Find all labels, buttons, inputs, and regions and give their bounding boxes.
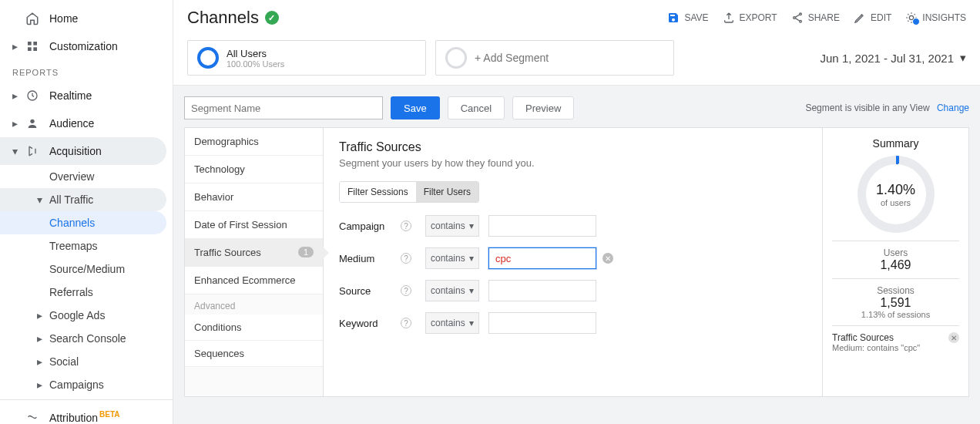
chevron-right-icon: ▸ — [12, 40, 22, 52]
label-medium: Medium — [339, 253, 401, 264]
nav-customization[interactable]: ▸ Customization — [0, 32, 173, 60]
svg-point-9 — [910, 15, 914, 19]
cat-enhanced-ecommerce[interactable]: Enhanced Ecommerce — [185, 267, 323, 294]
row-source: Source ? contains▾ — [339, 280, 807, 301]
nav-reports-heading: REPORTS — [0, 60, 173, 82]
nav-home-label: Home — [49, 12, 78, 25]
main-content: Channels ✓ SAVE EXPORT SHARE EDIT — [173, 0, 980, 424]
nav-audience[interactable]: ▸ Audience — [0, 109, 173, 137]
chevron-down-icon: ▾ — [469, 285, 474, 296]
chevron-down-icon: ▾ — [469, 220, 474, 231]
row-keyword: Keyword ? contains▾ — [339, 312, 807, 334]
nav-google-ads[interactable]: ▸Google Ads — [0, 304, 173, 327]
help-icon[interactable]: ? — [401, 220, 411, 231]
builder-category-sidebar: Demographics Technology Behavior Date of… — [185, 128, 324, 396]
chevron-right-icon: ▸ — [37, 309, 46, 321]
edit-action[interactable]: EDIT — [854, 12, 891, 24]
segment-name-input[interactable] — [184, 96, 383, 119]
sessions-note: 1.13% of sessions — [832, 310, 959, 319]
segment-circle-empty-icon — [445, 47, 467, 69]
segment-all-users[interactable]: All Users 100.00% Users — [187, 40, 426, 76]
label-campaign: Campaign — [339, 220, 401, 232]
summary-filter: Traffic Sources Medium: contains "cpc" ✕ — [832, 325, 959, 358]
op-keyword[interactable]: contains▾ — [425, 312, 479, 334]
svg-point-5 — [30, 119, 34, 123]
person-icon — [25, 116, 40, 131]
nav-attribution[interactable]: AttributionBETA — [0, 403, 173, 424]
cat-sequences[interactable]: Sequences — [185, 341, 323, 367]
op-source[interactable]: contains▾ — [425, 280, 479, 301]
segment-bar: All Users 100.00% Users + Add Segment Ju… — [173, 34, 980, 86]
share-action[interactable]: SHARE — [791, 12, 840, 24]
segment-subtitle: 100.00% Users — [227, 59, 284, 69]
preview-button[interactable]: Preview — [512, 96, 574, 119]
chevron-right-icon: ▸ — [12, 117, 22, 130]
input-source[interactable] — [488, 280, 596, 301]
chevron-down-icon: ▾ — [12, 145, 22, 157]
help-icon[interactable]: ? — [401, 253, 411, 264]
help-icon[interactable]: ? — [401, 285, 411, 296]
chevron-down-icon: ▾ — [960, 51, 966, 65]
save-button[interactable]: Save — [391, 96, 440, 119]
remove-filter-icon[interactable]: ✕ — [948, 332, 959, 343]
chevron-right-icon: ▸ — [37, 332, 46, 345]
help-icon[interactable]: ? — [401, 318, 411, 328]
nav-acquisition[interactable]: ▾ Acquisition — [0, 137, 166, 165]
filter-sessions-tab[interactable]: Filter Sessions — [340, 182, 416, 202]
op-medium[interactable]: contains▾ — [425, 247, 479, 269]
label-source: Source — [339, 285, 401, 297]
page-title: Channels — [187, 8, 259, 28]
cancel-button[interactable]: Cancel — [448, 96, 505, 119]
builder-main: Traffic Sources Segment your users by ho… — [324, 128, 822, 396]
nav-customization-label: Customization — [49, 40, 118, 52]
cat-behavior[interactable]: Behavior — [185, 183, 323, 211]
summary-percent: 1.40% — [876, 182, 915, 198]
nav-search-console[interactable]: ▸Search Console — [0, 327, 173, 350]
chevron-down-icon: ▾ — [469, 253, 474, 264]
cat-conditions[interactable]: Conditions — [185, 315, 323, 341]
input-medium[interactable] — [488, 247, 596, 269]
insights-icon — [905, 12, 918, 24]
segment-builder-toolbar: Save Cancel Preview Segment is visible i… — [184, 96, 969, 119]
verified-shield-icon: ✓ — [265, 11, 279, 25]
nav-channels[interactable]: Channels — [0, 211, 166, 234]
segment-circle-icon — [197, 47, 219, 69]
nav-overview[interactable]: Overview — [0, 165, 173, 188]
row-campaign: Campaign ? contains▾ — [339, 215, 807, 237]
nav-home[interactable]: Home — [0, 5, 173, 32]
nav-campaigns[interactable]: ▸Campaigns — [0, 373, 173, 396]
cat-demographics[interactable]: Demographics — [185, 128, 323, 156]
cat-technology[interactable]: Technology — [185, 156, 323, 183]
insights-action[interactable]: INSIGHTS — [905, 12, 966, 24]
acquisition-icon — [25, 143, 40, 159]
left-sidebar: Home ▸ Customization REPORTS ▸ Realtime … — [0, 0, 173, 424]
svg-rect-3 — [33, 47, 37, 51]
change-visibility-link[interactable]: Change — [937, 103, 969, 113]
op-campaign[interactable]: contains▾ — [425, 215, 479, 237]
cat-traffic-sources[interactable]: Traffic Sources 1 — [185, 239, 323, 267]
chevron-right-icon: ▸ — [12, 89, 22, 102]
filter-users-tab[interactable]: Filter Users — [416, 182, 478, 202]
input-campaign[interactable] — [488, 215, 596, 237]
nav-social[interactable]: ▸Social — [0, 350, 173, 373]
sessions-label: Sessions — [832, 285, 959, 296]
svg-rect-0 — [28, 42, 32, 45]
clock-icon — [25, 88, 40, 103]
svg-point-7 — [793, 17, 795, 19]
save-action[interactable]: SAVE — [667, 12, 708, 24]
chevron-down-icon: ▾ — [469, 318, 474, 328]
nav-referrals[interactable]: Referrals — [0, 281, 173, 304]
svg-rect-2 — [28, 47, 32, 51]
add-segment[interactable]: + Add Segment — [435, 40, 674, 76]
export-action[interactable]: EXPORT — [723, 12, 777, 24]
cat-date-first-session[interactable]: Date of First Session — [185, 211, 323, 239]
input-keyword[interactable] — [488, 312, 596, 334]
date-range-picker[interactable]: Jun 1, 2021 - Jul 31, 2021 ▾ — [821, 51, 966, 65]
nav-all-traffic[interactable]: ▾All Traffic — [0, 188, 166, 211]
nav-realtime[interactable]: ▸ Realtime — [0, 82, 173, 109]
share-icon — [791, 12, 804, 24]
nav-treemaps[interactable]: Treemaps — [0, 234, 173, 257]
summary-donut: 1.40% of users — [858, 156, 935, 233]
clear-icon[interactable]: ✕ — [602, 253, 613, 264]
nav-source-medium[interactable]: Source/Medium — [0, 257, 173, 281]
